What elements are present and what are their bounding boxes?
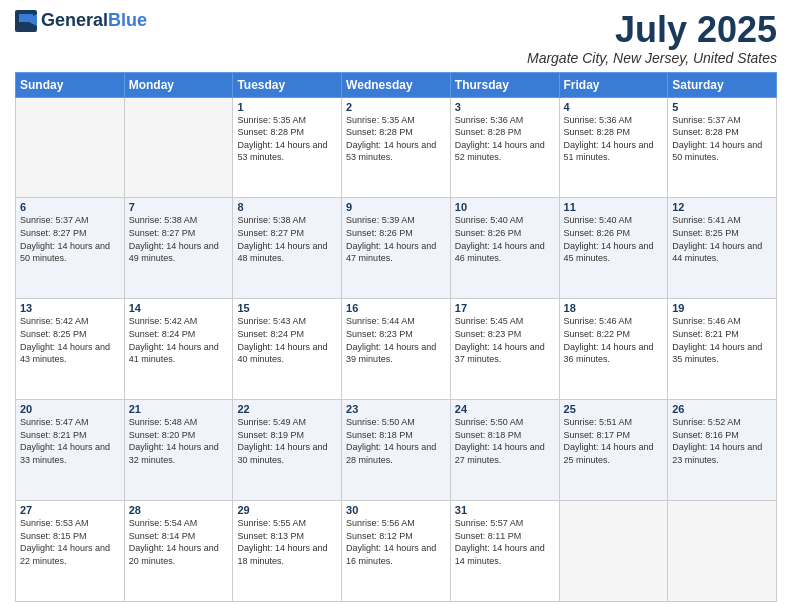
day-number: 22 — [237, 403, 337, 415]
day-number: 9 — [346, 201, 446, 213]
calendar-cell: 2Sunrise: 5:35 AMSunset: 8:28 PMDaylight… — [342, 97, 451, 198]
day-info: Sunrise: 5:38 AMSunset: 8:27 PMDaylight:… — [237, 214, 337, 264]
day-info: Sunrise: 5:49 AMSunset: 8:19 PMDaylight:… — [237, 416, 337, 466]
day-number: 27 — [20, 504, 120, 516]
calendar-cell: 4Sunrise: 5:36 AMSunset: 8:28 PMDaylight… — [559, 97, 668, 198]
day-number: 4 — [564, 101, 664, 113]
calendar-cell: 10Sunrise: 5:40 AMSunset: 8:26 PMDayligh… — [450, 198, 559, 299]
calendar-cell: 21Sunrise: 5:48 AMSunset: 8:20 PMDayligh… — [124, 400, 233, 501]
day-number: 16 — [346, 302, 446, 314]
day-info: Sunrise: 5:40 AMSunset: 8:26 PMDaylight:… — [455, 214, 555, 264]
calendar-cell: 25Sunrise: 5:51 AMSunset: 8:17 PMDayligh… — [559, 400, 668, 501]
weekday-header-wednesday: Wednesday — [342, 72, 451, 97]
day-number: 2 — [346, 101, 446, 113]
calendar-cell: 1Sunrise: 5:35 AMSunset: 8:28 PMDaylight… — [233, 97, 342, 198]
day-number: 14 — [129, 302, 229, 314]
day-info: Sunrise: 5:35 AMSunset: 8:28 PMDaylight:… — [237, 114, 337, 164]
title-area: July 2025 Margate City, New Jersey, Unit… — [527, 10, 777, 66]
day-info: Sunrise: 5:46 AMSunset: 8:22 PMDaylight:… — [564, 315, 664, 365]
day-number: 30 — [346, 504, 446, 516]
day-info: Sunrise: 5:35 AMSunset: 8:28 PMDaylight:… — [346, 114, 446, 164]
day-number: 3 — [455, 101, 555, 113]
calendar-cell: 12Sunrise: 5:41 AMSunset: 8:25 PMDayligh… — [668, 198, 777, 299]
day-info: Sunrise: 5:47 AMSunset: 8:21 PMDaylight:… — [20, 416, 120, 466]
day-number: 18 — [564, 302, 664, 314]
day-info: Sunrise: 5:50 AMSunset: 8:18 PMDaylight:… — [346, 416, 446, 466]
calendar-cell: 9Sunrise: 5:39 AMSunset: 8:26 PMDaylight… — [342, 198, 451, 299]
day-info: Sunrise: 5:48 AMSunset: 8:20 PMDaylight:… — [129, 416, 229, 466]
day-number: 15 — [237, 302, 337, 314]
day-number: 7 — [129, 201, 229, 213]
day-number: 12 — [672, 201, 772, 213]
day-number: 29 — [237, 504, 337, 516]
day-info: Sunrise: 5:53 AMSunset: 8:15 PMDaylight:… — [20, 517, 120, 567]
logo: GeneralBlue — [15, 10, 147, 32]
calendar-cell: 24Sunrise: 5:50 AMSunset: 8:18 PMDayligh… — [450, 400, 559, 501]
day-number: 13 — [20, 302, 120, 314]
day-number: 19 — [672, 302, 772, 314]
day-info: Sunrise: 5:45 AMSunset: 8:23 PMDaylight:… — [455, 315, 555, 365]
day-info: Sunrise: 5:38 AMSunset: 8:27 PMDaylight:… — [129, 214, 229, 264]
day-info: Sunrise: 5:40 AMSunset: 8:26 PMDaylight:… — [564, 214, 664, 264]
calendar-cell — [124, 97, 233, 198]
weekday-header-monday: Monday — [124, 72, 233, 97]
day-info: Sunrise: 5:37 AMSunset: 8:27 PMDaylight:… — [20, 214, 120, 264]
logo-general-text: General — [41, 10, 108, 30]
day-number: 31 — [455, 504, 555, 516]
day-number: 6 — [20, 201, 120, 213]
day-number: 28 — [129, 504, 229, 516]
location-title: Margate City, New Jersey, United States — [527, 50, 777, 66]
day-info: Sunrise: 5:42 AMSunset: 8:24 PMDaylight:… — [129, 315, 229, 365]
day-info: Sunrise: 5:41 AMSunset: 8:25 PMDaylight:… — [672, 214, 772, 264]
calendar-cell: 22Sunrise: 5:49 AMSunset: 8:19 PMDayligh… — [233, 400, 342, 501]
calendar-cell: 8Sunrise: 5:38 AMSunset: 8:27 PMDaylight… — [233, 198, 342, 299]
calendar-week-row: 13Sunrise: 5:42 AMSunset: 8:25 PMDayligh… — [16, 299, 777, 400]
calendar-cell: 19Sunrise: 5:46 AMSunset: 8:21 PMDayligh… — [668, 299, 777, 400]
day-number: 1 — [237, 101, 337, 113]
calendar-cell: 20Sunrise: 5:47 AMSunset: 8:21 PMDayligh… — [16, 400, 125, 501]
day-info: Sunrise: 5:52 AMSunset: 8:16 PMDaylight:… — [672, 416, 772, 466]
weekday-header-saturday: Saturday — [668, 72, 777, 97]
day-info: Sunrise: 5:42 AMSunset: 8:25 PMDaylight:… — [20, 315, 120, 365]
day-number: 8 — [237, 201, 337, 213]
calendar-cell — [559, 501, 668, 602]
day-number: 24 — [455, 403, 555, 415]
day-info: Sunrise: 5:55 AMSunset: 8:13 PMDaylight:… — [237, 517, 337, 567]
day-info: Sunrise: 5:39 AMSunset: 8:26 PMDaylight:… — [346, 214, 446, 264]
calendar-cell: 5Sunrise: 5:37 AMSunset: 8:28 PMDaylight… — [668, 97, 777, 198]
weekday-header-friday: Friday — [559, 72, 668, 97]
day-number: 23 — [346, 403, 446, 415]
day-info: Sunrise: 5:54 AMSunset: 8:14 PMDaylight:… — [129, 517, 229, 567]
day-number: 11 — [564, 201, 664, 213]
day-number: 17 — [455, 302, 555, 314]
calendar-cell: 26Sunrise: 5:52 AMSunset: 8:16 PMDayligh… — [668, 400, 777, 501]
calendar-week-row: 6Sunrise: 5:37 AMSunset: 8:27 PMDaylight… — [16, 198, 777, 299]
calendar-cell — [16, 97, 125, 198]
day-number: 5 — [672, 101, 772, 113]
calendar-cell: 3Sunrise: 5:36 AMSunset: 8:28 PMDaylight… — [450, 97, 559, 198]
calendar-cell — [668, 501, 777, 602]
calendar-cell: 18Sunrise: 5:46 AMSunset: 8:22 PMDayligh… — [559, 299, 668, 400]
day-info: Sunrise: 5:36 AMSunset: 8:28 PMDaylight:… — [564, 114, 664, 164]
weekday-header-row: SundayMondayTuesdayWednesdayThursdayFrid… — [16, 72, 777, 97]
calendar-cell: 16Sunrise: 5:44 AMSunset: 8:23 PMDayligh… — [342, 299, 451, 400]
day-info: Sunrise: 5:50 AMSunset: 8:18 PMDaylight:… — [455, 416, 555, 466]
calendar-cell: 17Sunrise: 5:45 AMSunset: 8:23 PMDayligh… — [450, 299, 559, 400]
calendar-cell: 15Sunrise: 5:43 AMSunset: 8:24 PMDayligh… — [233, 299, 342, 400]
calendar-cell: 31Sunrise: 5:57 AMSunset: 8:11 PMDayligh… — [450, 501, 559, 602]
day-info: Sunrise: 5:56 AMSunset: 8:12 PMDaylight:… — [346, 517, 446, 567]
calendar-cell: 14Sunrise: 5:42 AMSunset: 8:24 PMDayligh… — [124, 299, 233, 400]
day-info: Sunrise: 5:57 AMSunset: 8:11 PMDaylight:… — [455, 517, 555, 567]
calendar-table: SundayMondayTuesdayWednesdayThursdayFrid… — [15, 72, 777, 602]
day-info: Sunrise: 5:51 AMSunset: 8:17 PMDaylight:… — [564, 416, 664, 466]
weekday-header-sunday: Sunday — [16, 72, 125, 97]
calendar-cell: 23Sunrise: 5:50 AMSunset: 8:18 PMDayligh… — [342, 400, 451, 501]
calendar-cell: 28Sunrise: 5:54 AMSunset: 8:14 PMDayligh… — [124, 501, 233, 602]
calendar-week-row: 20Sunrise: 5:47 AMSunset: 8:21 PMDayligh… — [16, 400, 777, 501]
page: GeneralBlue July 2025 Margate City, New … — [0, 0, 792, 612]
weekday-header-thursday: Thursday — [450, 72, 559, 97]
calendar-week-row: 1Sunrise: 5:35 AMSunset: 8:28 PMDaylight… — [16, 97, 777, 198]
day-number: 21 — [129, 403, 229, 415]
calendar-cell: 30Sunrise: 5:56 AMSunset: 8:12 PMDayligh… — [342, 501, 451, 602]
day-info: Sunrise: 5:44 AMSunset: 8:23 PMDaylight:… — [346, 315, 446, 365]
